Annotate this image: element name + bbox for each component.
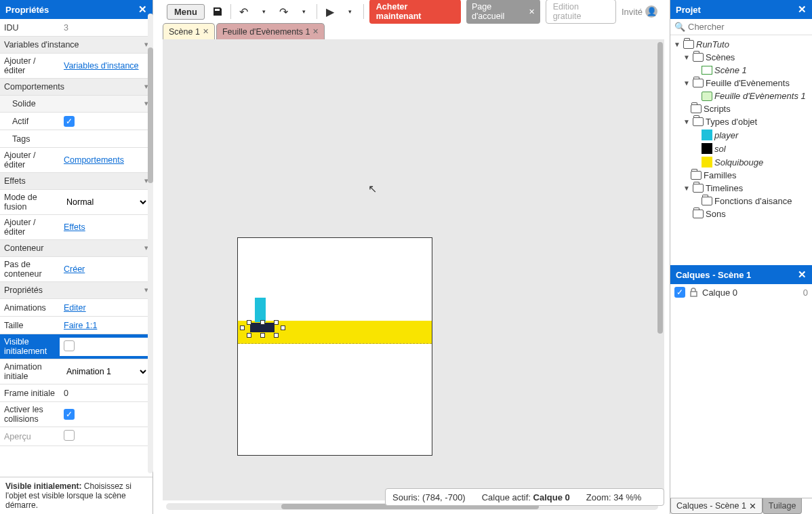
close-icon[interactable]: ✕ bbox=[749, 501, 756, 511]
folder-icon bbox=[683, 40, 694, 49]
layer-name: Calque 0 bbox=[702, 288, 737, 298]
tree-timelines[interactable]: ▼Timelines bbox=[670, 182, 812, 195]
frame-init-value[interactable]: 0 bbox=[60, 386, 153, 401]
buy-now-button[interactable]: Acheter maintenant bbox=[369, 0, 461, 24]
tab-layers[interactable]: Calques - Scène 1✕ bbox=[670, 498, 763, 514]
preview-label: Aperçu bbox=[0, 429, 60, 444]
close-icon[interactable]: ✕ bbox=[798, 3, 807, 16]
save-icon[interactable] bbox=[210, 4, 225, 19]
tree-scripts[interactable]: Scripts bbox=[670, 102, 812, 115]
tree-obj-player[interactable]: player bbox=[670, 128, 812, 142]
instance-vars-link[interactable]: Variables d'instance bbox=[64, 61, 139, 71]
section-container[interactable]: Conteneur▾ bbox=[0, 240, 153, 257]
section-instance-vars[interactable]: Variables d'instance▾ bbox=[0, 37, 153, 54]
tree-families[interactable]: Familles bbox=[670, 169, 812, 182]
properties-scrollbar[interactable] bbox=[148, 14, 153, 473]
tags-value[interactable] bbox=[60, 136, 153, 142]
create-container-link[interactable]: Créer bbox=[64, 264, 85, 274]
selection-handle[interactable] bbox=[260, 333, 265, 338]
folder-icon bbox=[691, 104, 702, 113]
folder-icon bbox=[693, 79, 704, 87]
selection-handle[interactable] bbox=[274, 333, 279, 338]
idu-row: IDU 3 bbox=[0, 19, 153, 37]
project-search-input[interactable] bbox=[688, 22, 808, 32]
tree-obj-solquibouge[interactable]: Solquibouge bbox=[670, 155, 812, 169]
layer-visible-checkbox[interactable]: ✓ bbox=[674, 287, 685, 298]
tree-object-types[interactable]: ▼Types d'objet bbox=[670, 115, 812, 128]
properties-header: Propriétés ✕ bbox=[0, 0, 153, 19]
close-icon[interactable]: ✕ bbox=[138, 3, 147, 16]
home-tab[interactable]: Page d'accueil✕ bbox=[466, 0, 540, 24]
collisions-checkbox[interactable]: ✓ bbox=[64, 409, 75, 420]
no-container-label: Pas de conteneur bbox=[0, 257, 60, 281]
tab-tilemap[interactable]: Tuilage bbox=[763, 498, 803, 514]
object-player[interactable] bbox=[255, 298, 266, 322]
event-sheet-icon bbox=[702, 92, 712, 101]
tree-event-sheet-1[interactable]: Feuille d'Evènements 1 bbox=[670, 90, 812, 102]
tree-sounds[interactable]: Sons bbox=[670, 207, 812, 220]
properties-panel: Propriétés ✕ IDU 3 Variables d'instance▾… bbox=[0, 0, 153, 514]
top-toolbar: Menu ↶ ▾ ↷ ▾ ▶ ▾ Acheter maintenant Page… bbox=[163, 0, 664, 23]
selection-handle[interactable] bbox=[281, 325, 285, 330]
effects-link[interactable]: Effets bbox=[64, 222, 85, 232]
vars-add-edit-row: Ajouter / éditer Variables d'instance bbox=[0, 54, 153, 79]
tree-root[interactable]: ▼RunTuto bbox=[670, 38, 812, 51]
selection-handle[interactable] bbox=[240, 325, 245, 330]
guest-label[interactable]: Invité👤 bbox=[622, 5, 657, 18]
tab-event-sheet-1[interactable]: Feuille d'Evènements 1✕ bbox=[216, 23, 325, 39]
tree-ease-functions[interactable]: Fonctions d'aisance bbox=[670, 195, 812, 207]
edit-animations-link[interactable]: Editer bbox=[64, 303, 86, 313]
layer-row-0[interactable]: ✓ Calque 0 0 bbox=[674, 287, 808, 298]
tree-obj-sol[interactable]: sol bbox=[670, 142, 812, 155]
visible-checkbox[interactable] bbox=[64, 340, 75, 351]
active-row: Actif ✓ bbox=[0, 113, 153, 130]
behav-add-edit-row: Ajouter / éditer Comportements bbox=[0, 148, 153, 173]
selection-handle[interactable] bbox=[247, 333, 251, 338]
visible-label: Visible initialement bbox=[0, 334, 60, 359]
tab-scene-1[interactable]: Scène 1✕ bbox=[163, 23, 215, 39]
frame-init-label: Frame initiale bbox=[0, 386, 60, 401]
section-behaviors[interactable]: Comportements▾ bbox=[0, 79, 153, 96]
blend-select[interactable]: Normal bbox=[64, 197, 148, 207]
canvas-vscrollbar[interactable] bbox=[657, 42, 664, 490]
close-icon[interactable]: ✕ bbox=[798, 269, 807, 281]
frame-init-row: Frame initiale 0 bbox=[0, 384, 153, 402]
menu-button[interactable]: Menu bbox=[167, 4, 205, 20]
visible-row[interactable]: Visible initialement bbox=[0, 334, 153, 359]
scene-icon bbox=[702, 66, 712, 75]
avatar-icon: 👤 bbox=[645, 5, 657, 18]
play-dropdown-icon[interactable]: ▾ bbox=[343, 4, 358, 19]
close-icon[interactable]: ✕ bbox=[312, 27, 319, 36]
active-checkbox[interactable]: ✓ bbox=[64, 116, 75, 127]
section-properties[interactable]: Propriétés▾ bbox=[0, 282, 153, 299]
redo-dropdown-icon[interactable]: ▾ bbox=[297, 4, 312, 19]
lock-icon[interactable] bbox=[689, 288, 698, 297]
close-icon[interactable]: ✕ bbox=[203, 27, 209, 36]
folder-icon bbox=[693, 184, 704, 193]
free-edition-button[interactable]: Edition gratuite bbox=[546, 0, 616, 24]
tree-scene-1[interactable]: Scène 1 bbox=[670, 64, 812, 77]
behaviors-link[interactable]: Comportements bbox=[64, 155, 124, 165]
preview-checkbox[interactable] bbox=[64, 430, 75, 441]
selection-handle[interactable] bbox=[274, 320, 279, 325]
behavior-solid[interactable]: Solide▾ bbox=[0, 96, 153, 113]
section-effects[interactable]: Effets▾ bbox=[0, 173, 153, 190]
undo-dropdown-icon[interactable]: ▾ bbox=[256, 4, 271, 19]
size-link[interactable]: Faire 1:1 bbox=[64, 321, 97, 330]
selection-handle[interactable] bbox=[260, 320, 265, 325]
properties-title: Propriétés bbox=[5, 5, 49, 15]
undo-icon[interactable]: ↶ bbox=[237, 4, 251, 19]
redo-icon[interactable]: ↷ bbox=[277, 4, 291, 19]
add-edit-label-2: Ajouter / éditer bbox=[0, 148, 60, 172]
selection-handle[interactable] bbox=[247, 320, 251, 325]
tree-scenes[interactable]: ▼Scènes bbox=[670, 51, 812, 64]
object-icon bbox=[702, 143, 712, 154]
play-icon[interactable]: ▶ bbox=[323, 4, 338, 19]
tree-event-sheets[interactable]: ▼Feuille d'Evènements bbox=[670, 77, 812, 90]
layout-canvas[interactable] bbox=[163, 39, 664, 500]
anim-init-select[interactable]: Animation 1 bbox=[64, 366, 148, 377]
close-icon[interactable]: ✕ bbox=[529, 7, 535, 16]
scene-viewport[interactable] bbox=[237, 237, 432, 456]
container-row: Pas de conteneur Créer bbox=[0, 257, 153, 282]
project-title: Projet bbox=[676, 5, 701, 15]
